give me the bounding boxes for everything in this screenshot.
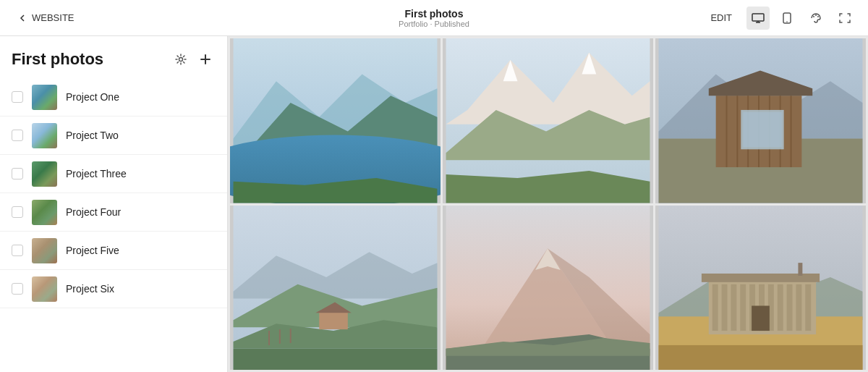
project-item[interactable]: Project Three — [0, 155, 227, 193]
project-name: Project Two — [66, 130, 119, 141]
sidebar-title: First photos — [12, 50, 103, 69]
add-project-button[interactable] — [195, 49, 216, 69]
project-list: Project One Project Two Project Three Pr… — [0, 78, 227, 372]
content-area — [228, 36, 868, 372]
project-item[interactable]: Project Two — [0, 117, 227, 155]
project-item[interactable]: Project One — [0, 78, 227, 117]
project-name: Project Six — [66, 283, 114, 295]
website-button[interactable]: WEBSITE — [12, 9, 80, 26]
project-thumbnail — [32, 238, 57, 263]
arrow-left-icon — [17, 13, 27, 23]
settings-icon — [175, 54, 187, 65]
project-item[interactable]: Project Six — [0, 270, 227, 308]
fullscreen-icon — [839, 12, 851, 24]
project-checkbox[interactable] — [12, 168, 23, 179]
svg-rect-61 — [787, 284, 793, 330]
svg-rect-30 — [743, 112, 781, 147]
project-checkbox[interactable] — [12, 91, 23, 103]
top-bar-left: WEBSITE — [12, 9, 80, 26]
svg-rect-36 — [319, 311, 348, 329]
project-item[interactable]: Project Five — [0, 232, 227, 270]
project-name: Project Three — [66, 168, 127, 179]
sidebar-header: First photos — [0, 36, 227, 78]
svg-point-4 — [815, 14, 817, 16]
svg-rect-66 — [659, 344, 863, 370]
svg-point-5 — [817, 16, 819, 17]
sidebar-actions — [171, 49, 216, 69]
settings-button[interactable] — [171, 49, 191, 69]
project-thumbnail — [32, 161, 57, 187]
project-checkbox[interactable] — [12, 130, 23, 141]
svg-rect-41 — [234, 348, 438, 370]
photo-cell — [655, 206, 866, 371]
design-button[interactable] — [804, 7, 827, 30]
palette-icon — [810, 12, 822, 24]
project-name: Project One — [66, 91, 119, 103]
sidebar: First photos — [0, 36, 228, 372]
project-thumbnail — [32, 123, 57, 148]
photo-cell — [230, 38, 441, 203]
project-name: Project Five — [66, 245, 119, 256]
project-thumbnail — [32, 276, 57, 302]
project-checkbox[interactable] — [12, 283, 23, 295]
project-thumbnail — [32, 200, 57, 225]
svg-rect-65 — [798, 263, 802, 276]
svg-point-2 — [786, 21, 788, 22]
photo-cell — [443, 206, 653, 371]
header-page-title: First photos — [399, 8, 469, 20]
fullscreen-button[interactable] — [833, 7, 856, 30]
svg-rect-60 — [778, 284, 783, 330]
mobile-view-button[interactable] — [775, 7, 799, 30]
project-thumbnail — [32, 85, 57, 110]
svg-rect-54 — [722, 284, 728, 330]
project-name: Project Four — [66, 206, 121, 218]
top-bar: WEBSITE First photos Portfolio · Publish… — [0, 0, 868, 36]
main-layout: First photos — [0, 36, 868, 372]
edit-button[interactable]: EDIT — [702, 8, 741, 28]
svg-rect-0 — [752, 14, 764, 21]
svg-rect-55 — [731, 284, 736, 330]
project-item[interactable]: Project Four — [0, 193, 227, 232]
svg-rect-53 — [712, 284, 718, 330]
website-label: WEBSITE — [32, 12, 75, 23]
top-bar-right: EDIT — [702, 7, 856, 30]
project-checkbox[interactable] — [12, 206, 23, 218]
top-bar-center: First photos Portfolio · Published — [399, 8, 469, 28]
photo-cell — [230, 206, 441, 371]
desktop-view-button[interactable] — [746, 7, 770, 30]
svg-rect-62 — [796, 284, 801, 330]
header-page-subtitle: Portfolio · Published — [399, 20, 469, 28]
photo-cell — [443, 38, 653, 203]
svg-rect-63 — [805, 284, 811, 330]
project-checkbox[interactable] — [12, 245, 23, 256]
photo-cell — [655, 38, 866, 203]
svg-rect-56 — [740, 284, 746, 330]
desktop-icon — [752, 13, 765, 23]
svg-point-6 — [179, 58, 183, 62]
svg-rect-64 — [752, 305, 770, 331]
add-icon — [200, 54, 211, 65]
svg-point-3 — [813, 16, 814, 17]
mobile-icon — [783, 12, 791, 24]
